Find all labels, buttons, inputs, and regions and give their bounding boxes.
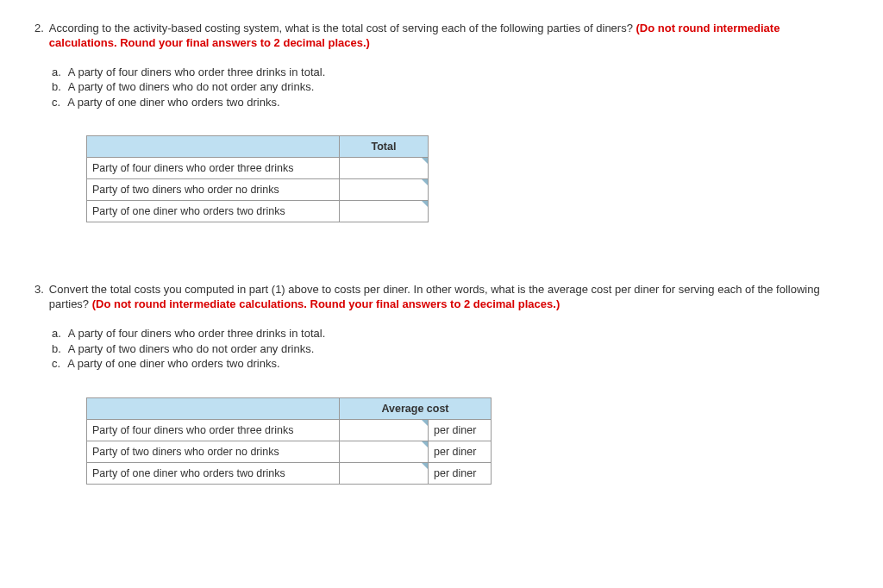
table-row: Party of one diner who orders two drinks	[87, 201, 429, 222]
cell-handle-icon	[422, 420, 428, 426]
q3-row3-unit: per diner	[429, 462, 492, 484]
q3-text-red: (Do not round intermediate calculations.…	[92, 297, 560, 310]
table-row: Party of one diner who orders two drinks…	[87, 462, 492, 484]
q2-number: 2.	[34, 22, 44, 51]
q3-row3-input[interactable]	[340, 462, 429, 484]
q2-row2-input[interactable]	[340, 179, 429, 201]
q2-row1-desc: Party of four diners who order three dri…	[87, 158, 340, 179]
q2-text-black: According to the activity-based costing …	[49, 22, 636, 34]
q3-prompt: 3. Convert the total costs you computed …	[34, 283, 849, 312]
q3-sub-a: a. A party of four diners who order thre…	[52, 326, 849, 341]
q3-sub-list: a. A party of four diners who order thre…	[52, 326, 849, 372]
q3-sub-b-text: A party of two diners who do not order a…	[68, 341, 314, 357]
q2-table: Total Party of four diners who order thr…	[86, 135, 429, 222]
q2-sub-c: c. A party of one diner who orders two d…	[52, 95, 849, 110]
q2-table-header-blank	[87, 136, 340, 158]
q3-table-header-blank	[87, 397, 340, 419]
q2-row1-input[interactable]	[340, 158, 429, 179]
q2-prompt: 2. According to the activity-based costi…	[34, 22, 849, 51]
cell-handle-icon	[422, 179, 428, 185]
q3-sub-b: b. A party of two diners who do not orde…	[52, 341, 849, 357]
q3-row2-unit: per diner	[429, 441, 492, 462]
q2-row2-desc: Party of two diners who order no drinks	[87, 179, 340, 201]
q3-row1-unit: per diner	[429, 419, 492, 441]
cell-handle-icon	[422, 201, 428, 207]
q3-sub-c-text: A party of one diner who orders two drin…	[67, 356, 279, 372]
q2-sub-b-letter: b.	[52, 79, 61, 95]
q3-table-header-avg: Average cost	[340, 397, 492, 419]
q3-sub-c-letter: c.	[52, 356, 60, 372]
cell-handle-icon	[422, 158, 428, 164]
question-2: 2. According to the activity-based costi…	[34, 22, 849, 222]
q3-row2-input[interactable]	[340, 441, 429, 462]
q2-sub-a-letter: a.	[52, 65, 61, 80]
q3-sub-a-text: A party of four diners who order three d…	[68, 326, 325, 341]
q3-row2-desc: Party of two diners who order no drinks	[87, 441, 340, 462]
q3-sub-c: c. A party of one diner who orders two d…	[52, 356, 849, 372]
q3-sub-b-letter: b.	[52, 341, 61, 357]
question-3: 3. Convert the total costs you computed …	[34, 283, 849, 484]
table-row: Party of two diners who order no drinks …	[87, 441, 492, 462]
table-row: Party of four diners who order three dri…	[87, 419, 492, 441]
q2-row3-desc: Party of one diner who orders two drinks	[87, 201, 340, 222]
q2-sub-c-letter: c.	[52, 95, 60, 110]
q2-sub-b: b. A party of two diners who do not orde…	[52, 79, 849, 95]
q2-row3-input[interactable]	[340, 201, 429, 222]
q3-row1-desc: Party of four diners who order three dri…	[87, 419, 340, 441]
q3-row1-input[interactable]	[340, 419, 429, 441]
cell-handle-icon	[422, 441, 428, 447]
table-row: Party of two diners who order no drinks	[87, 179, 429, 201]
q3-body: Convert the total costs you computed in …	[49, 283, 849, 312]
q2-body: According to the activity-based costing …	[49, 22, 849, 51]
q3-table: Average cost Party of four diners who or…	[86, 397, 492, 485]
q2-sub-a: a. A party of four diners who order thre…	[52, 65, 849, 80]
q2-sub-list: a. A party of four diners who order thre…	[52, 65, 849, 110]
cell-handle-icon	[422, 463, 428, 469]
q3-row3-desc: Party of one diner who orders two drinks	[87, 462, 340, 484]
q2-sub-c-text: A party of one diner who orders two drin…	[67, 95, 279, 110]
q3-sub-a-letter: a.	[52, 326, 61, 341]
q2-table-header-total: Total	[340, 136, 429, 158]
q3-number: 3.	[34, 283, 44, 312]
q2-sub-b-text: A party of two diners who do not order a…	[68, 79, 314, 95]
q2-sub-a-text: A party of four diners who order three d…	[68, 65, 325, 80]
table-row: Party of four diners who order three dri…	[87, 158, 429, 179]
